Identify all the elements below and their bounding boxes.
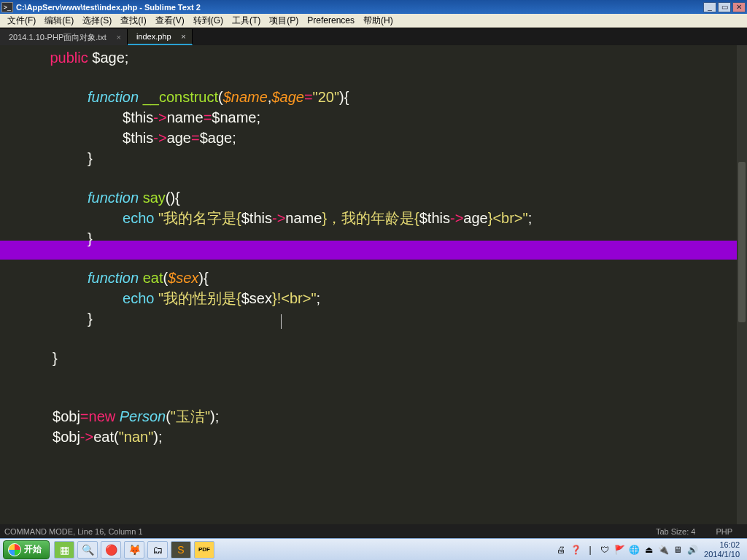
str-seg: }!<br>" [272,290,316,306]
tab-label: 2014.1.10-PHP面向对象.txt [9,32,107,43]
param-name: $name [223,89,268,105]
status-bar: COMMAND MODE, Line 16, Column 1 Tab Size… [0,524,747,538]
this-ref: $this [123,109,153,125]
str-seg: "我的名字是{ [154,210,241,226]
class-person: Person [115,408,166,424]
prop-name: name [167,109,204,125]
taskbar: 开始 ▦ 🔍 🔴 🦊 🗂 S PDF 🖨 ❓ | 🛡 🚩 🌐 ⏏ 🔌 🖥 🔊 1… [0,538,747,560]
restore-button[interactable]: ▭ [718,2,731,12]
prop-age: age [167,130,191,146]
tray-icon-usb[interactable]: ⏏ [643,544,654,556]
menu-tools[interactable]: 工具(T) [228,13,265,28]
var-sex: $sex [241,290,272,306]
scrollbar-thumb[interactable] [738,162,746,322]
kw-function: function [88,270,139,286]
vertical-scrollbar[interactable] [737,45,747,524]
tray-clock[interactable]: 16:02 2014/1/10 [700,540,744,559]
menu-find[interactable]: 查找(I) [116,13,150,28]
task-icon-explorer[interactable]: 🗂 [147,541,168,559]
var-obj: $obj [53,408,80,424]
clock-time: 16:02 [704,540,740,550]
menu-bar: 文件(F) 编辑(E) 选择(S) 查找(I) 查看(V) 转到(G) 工具(T… [0,14,747,28]
arrow-op: -> [450,210,463,226]
tab-close-icon[interactable]: × [116,33,120,42]
tab-bar: 2014.1.10-PHP面向对象.txt × index.php × [0,28,747,45]
this-ref: $this [123,130,153,146]
minimize-button[interactable]: _ [703,2,716,12]
task-icon-firefox[interactable]: 🦊 [124,541,144,559]
menu-view[interactable]: 查看(V) [151,13,189,28]
task-icon-app1[interactable]: ▦ [54,541,74,559]
arrow-op: -> [272,210,285,226]
param-sex: $sex [168,270,198,286]
kw-function: function [88,190,139,206]
tray-icon-device[interactable]: 🖨 [555,544,567,556]
tray-icon-power[interactable]: 🔌 [657,544,669,556]
var-obj: $obj [53,429,80,445]
default-val: "20" [313,89,339,105]
start-button[interactable]: 开始 [3,540,50,559]
system-tray: 🖨 ❓ | 🛡 🚩 🌐 ⏏ 🔌 🖥 🔊 16:02 2014/1/10 [551,540,747,559]
var-name: $name [212,109,256,125]
tray-icon-shield[interactable]: 🛡 [599,544,611,556]
menu-select[interactable]: 选择(S) [78,13,116,28]
tab-label: index.php [136,32,171,41]
task-icon-pdf[interactable]: PDF [194,541,214,559]
tab-close-icon[interactable]: × [181,32,185,41]
tray-icon-volume[interactable]: 🔊 [686,544,698,556]
str-arg: "玉洁" [171,408,210,424]
arrow-op: -> [153,130,166,146]
prop-name: name [285,210,322,226]
kw-public: public [50,50,88,66]
tray-icon-monitor[interactable]: 🖥 [672,544,684,556]
fn-eat: eat [139,270,163,286]
tray-icon-network[interactable]: 🌐 [628,544,640,556]
kw-echo: echo [123,210,154,226]
method-eat: eat [93,429,114,445]
var-age: $age [88,50,125,66]
semi: ; [125,50,129,66]
tray-icon-help[interactable]: ❓ [570,544,581,556]
tab-inactive[interactable]: 2014.1.10-PHP面向对象.txt × [0,29,128,45]
str-seg: "我的性别是{ [154,290,241,306]
menu-project[interactable]: 项目(P) [265,13,303,28]
menu-file[interactable]: 文件(F) [3,13,40,28]
prop-age: age [463,210,487,226]
close-button[interactable]: ✕ [732,2,746,12]
task-icon-colorball[interactable]: 🔴 [101,541,121,559]
editor-area[interactable]: public $age; function __construct($name,… [0,45,747,524]
clock-date: 2014/1/10 [704,550,740,559]
menu-goto[interactable]: 转到(G) [189,13,228,28]
param-age: $age [271,89,304,105]
windows-orb-icon [8,543,21,556]
status-tab-size[interactable]: Tab Size: 4 [646,527,705,536]
fn-construct: __construct [139,89,218,105]
app-icon: >_ [1,2,13,12]
this-ref: $this [419,210,450,226]
text-cursor-icon [281,314,282,329]
tray-icon-flag[interactable]: 🚩 [614,544,625,556]
str-arg: "nan" [119,429,154,445]
this-ref: $this [241,210,272,226]
fn-say: say [139,190,166,206]
eq-op: = [191,130,200,146]
start-label: 开始 [24,543,42,556]
menu-preferences[interactable]: Preferences [303,14,359,27]
kw-function: function [88,89,139,105]
menu-help[interactable]: 帮助(H) [359,13,398,28]
tab-active[interactable]: index.php × [128,29,193,45]
window-title: C:\AppServ\www\test\index.php - Sublime … [16,3,201,12]
task-icon-magnifier[interactable]: 🔍 [77,541,98,559]
eq-op: = [204,109,212,125]
arrow-op: -> [153,109,166,125]
status-mode-position: COMMAND MODE, Line 16, Column 1 [4,527,143,536]
title-bar: >_ C:\AppServ\www\test\index.php - Subli… [0,0,747,14]
task-icon-sublime[interactable]: S [171,541,191,559]
str-seg: }，我的年龄是{ [322,210,419,226]
kw-echo: echo [123,290,154,306]
arrow-op: -> [80,429,93,445]
code-content[interactable]: public $age; function __construct($name,… [0,45,747,448]
menu-edit[interactable]: 编辑(E) [40,13,78,28]
status-syntax[interactable]: PHP [705,527,743,536]
var-age: $age [200,130,233,146]
